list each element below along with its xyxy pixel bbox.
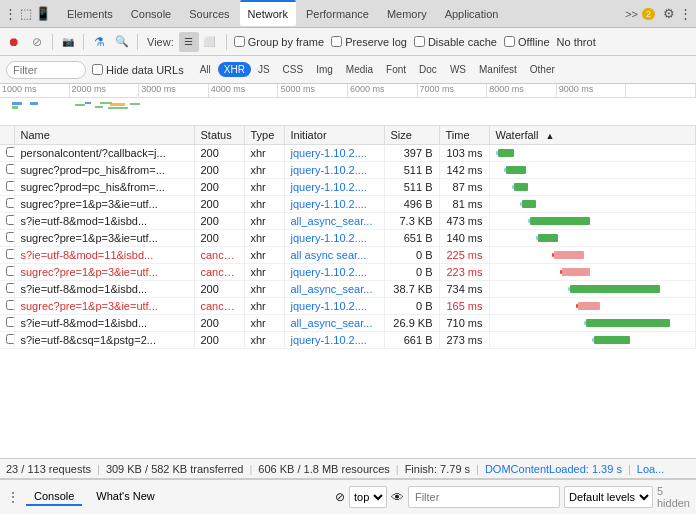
console-context-select[interactable]: top [349, 486, 387, 508]
initiator-link[interactable]: all_async_sear... [291, 317, 373, 329]
type-font[interactable]: Font [380, 62, 412, 77]
type-js[interactable]: JS [252, 62, 276, 77]
disable-cache-checkbox[interactable] [414, 36, 425, 47]
table-row[interactable]: s?ie=utf-8&mod=1&isbd...200xhrall_async_… [0, 213, 696, 230]
initiator-link[interactable]: all_async_sear... [291, 215, 373, 227]
hide-data-urls-label[interactable]: Hide data URLs [92, 64, 184, 76]
row-checkbox[interactable] [6, 215, 14, 225]
console-filter-input[interactable] [408, 486, 560, 508]
row-status: 200 [194, 179, 244, 196]
row-initiator: jquery-1.10.2.... [284, 196, 384, 213]
header-time[interactable]: Time [439, 126, 489, 145]
initiator-link[interactable]: jquery-1.10.2.... [291, 164, 367, 176]
row-checkbox[interactable] [6, 283, 14, 293]
menu-icon[interactable]: ⋮ [4, 6, 17, 21]
network-table-wrap[interactable]: Name Status Type Initiator Size Time Wat… [0, 126, 696, 458]
type-doc[interactable]: Doc [413, 62, 443, 77]
offline-checkbox[interactable] [504, 36, 515, 47]
search-button[interactable]: 🔍 [112, 32, 132, 52]
preserve-log-checkbox[interactable] [331, 36, 342, 47]
tab-performance[interactable]: Performance [298, 1, 377, 27]
header-initiator[interactable]: Initiator [284, 126, 384, 145]
group-by-frame-label[interactable]: Group by frame [234, 36, 324, 48]
header-status[interactable]: Status [194, 126, 244, 145]
list-view-btn[interactable]: ☰ [179, 32, 199, 52]
table-row[interactable]: s?ie=utf-8&mod=1&isbd...200xhrall_async_… [0, 281, 696, 298]
type-css[interactable]: CSS [277, 62, 310, 77]
table-row[interactable]: s?ie=utf-8&mod=1&isbd...200xhrall_async_… [0, 315, 696, 332]
table-row[interactable]: sugrec?pre=1&p=3&ie=utf...200xhrjquery-1… [0, 196, 696, 213]
tab-elements[interactable]: Elements [59, 1, 121, 27]
filter-button[interactable]: ⚗ [89, 32, 109, 52]
inspect-icon[interactable]: ⬚ [20, 6, 32, 21]
type-ws[interactable]: WS [444, 62, 472, 77]
tick-9000: 9000 ms [557, 84, 627, 97]
row-checkbox[interactable] [6, 249, 14, 259]
row-initiator: jquery-1.10.2.... [284, 230, 384, 247]
table-row[interactable]: sugrec?prod=pc_his&from=...200xhrjquery-… [0, 162, 696, 179]
table-row[interactable]: s?ie=utf-8&csq=1&pstg=2...200xhrjquery-1… [0, 332, 696, 349]
type-media[interactable]: Media [340, 62, 379, 77]
initiator-link[interactable]: jquery-1.10.2.... [291, 334, 367, 346]
console-tab[interactable]: Console [26, 488, 82, 506]
initiator-link[interactable]: jquery-1.10.2.... [291, 147, 367, 159]
tick-2000: 2000 ms [70, 84, 140, 97]
hide-data-urls-checkbox[interactable] [92, 64, 103, 75]
tab-sources[interactable]: Sources [181, 1, 237, 27]
initiator-link[interactable]: jquery-1.10.2.... [291, 232, 367, 244]
initiator-link[interactable]: jquery-1.10.2.... [291, 198, 367, 210]
console-menu-icon[interactable]: ⋮ [6, 489, 20, 505]
table-row[interactable]: sugrec?pre=1&p=3&ie=utf...cancel...xhrjq… [0, 298, 696, 315]
device-icon[interactable]: 📱 [35, 6, 51, 21]
table-row[interactable]: sugrec?pre=1&p=3&ie=utf...200xhrjquery-1… [0, 230, 696, 247]
preserve-log-label[interactable]: Preserve log [331, 36, 407, 48]
type-other[interactable]: Other [524, 62, 561, 77]
initiator-link[interactable]: jquery-1.10.2.... [291, 266, 367, 278]
header-size[interactable]: Size [384, 126, 439, 145]
whats-new-tab[interactable]: What's New [88, 488, 162, 506]
initiator-link[interactable]: all async sear... [291, 249, 367, 261]
initiator-link[interactable]: jquery-1.10.2.... [291, 300, 367, 312]
row-checkbox[interactable] [6, 300, 14, 310]
offline-label[interactable]: Offline [504, 36, 550, 48]
type-all[interactable]: All [194, 62, 217, 77]
type-manifest[interactable]: Manifest [473, 62, 523, 77]
row-checkbox[interactable] [6, 198, 14, 208]
tab-application[interactable]: Application [437, 1, 507, 27]
tab-network[interactable]: Network [240, 0, 296, 26]
stop-button[interactable]: ⊘ [27, 32, 47, 52]
row-checkbox[interactable] [6, 181, 14, 191]
row-checkbox[interactable] [6, 317, 14, 327]
row-checkbox[interactable] [6, 147, 14, 157]
type-img[interactable]: Img [310, 62, 339, 77]
eye-icon[interactable]: 👁 [391, 490, 404, 505]
disable-cache-label[interactable]: Disable cache [414, 36, 497, 48]
tab-console[interactable]: Console [123, 1, 179, 27]
row-checkbox[interactable] [6, 164, 14, 174]
table-row[interactable]: personalcontent/?callback=j...200xhrjque… [0, 145, 696, 162]
header-waterfall[interactable]: Waterfall ▲ [489, 126, 696, 145]
record-button[interactable]: ⏺ [4, 32, 24, 52]
type-xhr[interactable]: XHR [218, 62, 251, 77]
camera-button[interactable]: 📷 [58, 32, 78, 52]
tab-overflow-btn[interactable]: >> [625, 8, 638, 20]
screenshot-view-btn[interactable]: ⬜ [199, 32, 219, 52]
tab-memory[interactable]: Memory [379, 1, 435, 27]
row-checkbox[interactable] [6, 266, 14, 276]
header-type[interactable]: Type [244, 126, 284, 145]
initiator-link[interactable]: all_async_sear... [291, 283, 373, 295]
filter-input[interactable] [6, 61, 86, 79]
row-checkbox[interactable] [6, 232, 14, 242]
header-name[interactable]: Name [14, 126, 194, 145]
more-icon[interactable]: ⋮ [679, 6, 692, 21]
group-by-frame-checkbox[interactable] [234, 36, 245, 47]
console-levels-select[interactable]: Default levels [564, 486, 653, 508]
settings-icon[interactable]: ⚙ [663, 6, 675, 21]
table-row[interactable]: sugrec?pre=1&p=3&ie=utf...cancel...xhrjq… [0, 264, 696, 281]
table-row[interactable]: sugrec?prod=pc_his&from=...200xhrjquery-… [0, 179, 696, 196]
row-checkbox[interactable] [6, 334, 14, 344]
no-throttle-label[interactable]: No throt [557, 36, 596, 48]
initiator-link[interactable]: jquery-1.10.2.... [291, 181, 367, 193]
console-stop-icon[interactable]: ⊘ [335, 490, 345, 504]
table-row[interactable]: s?ie=utf-8&mod=11&isbd...cancel...xhrall… [0, 247, 696, 264]
